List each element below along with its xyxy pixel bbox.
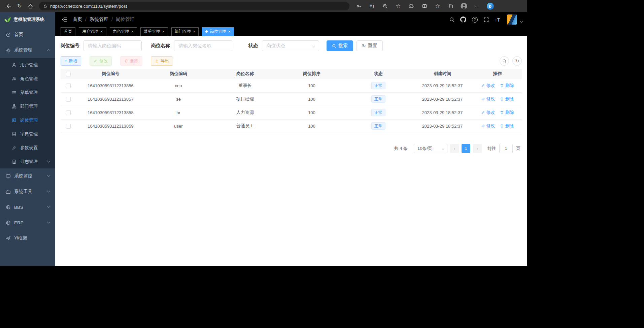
site-info-icon[interactable] xyxy=(43,4,47,8)
sidebar-item-dict-mgmt[interactable]: 字典管理 xyxy=(0,127,55,141)
app-logo[interactable]: 意框架管理系统 xyxy=(0,12,55,27)
home-icon[interactable] xyxy=(25,1,36,11)
back-icon[interactable] xyxy=(3,1,14,11)
extensions-icon[interactable] xyxy=(406,1,417,11)
post-code-label: 岗位编号 xyxy=(61,43,79,49)
chevron-down-icon[interactable] xyxy=(520,20,523,23)
user-avatar[interactable] xyxy=(507,14,517,25)
split-screen-icon[interactable] xyxy=(419,1,430,11)
chevron-down-icon xyxy=(442,147,444,150)
profile-avatar[interactable] xyxy=(459,1,469,11)
sidebar-item-erp[interactable]: ERP xyxy=(0,215,55,230)
select-all-checkbox[interactable] xyxy=(66,72,71,76)
table-row[interactable]: 1641030593112313859 user 普通员工 100 正常 202… xyxy=(61,119,522,133)
tab-close-icon[interactable]: × xyxy=(100,29,103,34)
row-checkbox[interactable] xyxy=(66,110,71,115)
sidebar-item-bbs[interactable]: BBS xyxy=(0,199,55,215)
page-size-select[interactable]: 10条/页 xyxy=(414,144,447,153)
github-icon[interactable] xyxy=(459,15,468,24)
table-row[interactable]: 1641030593112313857 se 项目经理 100 正常 2023-… xyxy=(61,92,522,106)
sidebar-item-user-mgmt[interactable]: 用户管理 xyxy=(0,58,55,72)
tab-close-icon[interactable]: × xyxy=(228,29,231,34)
tab-user-mgmt[interactable]: 用户管理 × xyxy=(79,27,106,36)
status-select-placeholder: 岗位状态 xyxy=(266,43,285,49)
tab-home[interactable]: 首页 xyxy=(61,27,75,36)
row-delete-link[interactable]: 删除 xyxy=(500,109,514,116)
column-header-label: 创建时间 xyxy=(434,71,451,76)
sidebar-item-log-mgmt[interactable]: 日志管理 xyxy=(0,155,55,168)
table-row[interactable]: 1641030593112313858 hr 人力资源 100 正常 2023-… xyxy=(61,106,522,119)
tab-close-icon[interactable]: × xyxy=(193,29,196,34)
row-checkbox[interactable] xyxy=(66,97,71,102)
tab-role-mgmt[interactable]: 角色管理 × xyxy=(110,27,137,36)
search-button[interactable]: 搜索 xyxy=(327,40,353,51)
reset-button[interactable]: ↻ 重置 xyxy=(357,40,383,51)
row-checkbox[interactable] xyxy=(66,84,71,88)
fullscreen-icon[interactable] xyxy=(481,15,491,24)
add-button[interactable]: + 新增 xyxy=(61,56,81,66)
next-page-button[interactable]: › xyxy=(473,144,482,153)
row-edit-link[interactable]: 修改 xyxy=(481,96,495,102)
refresh-table-button[interactable]: ↻ xyxy=(512,56,522,66)
tab-close-icon[interactable]: × xyxy=(131,29,134,34)
collections-icon[interactable] xyxy=(445,1,456,11)
zoom-icon[interactable] xyxy=(380,1,391,11)
refresh-icon[interactable]: ↻ xyxy=(14,1,25,11)
sidebar-item-param-settings[interactable]: 参数设置 xyxy=(0,141,55,155)
page-number-button[interactable]: 1 xyxy=(462,144,470,153)
row-delete-link[interactable]: 删除 xyxy=(500,123,514,129)
prev-page-button[interactable]: ‹ xyxy=(450,144,459,153)
sidebar-item-system-tools[interactable]: 系统工具 xyxy=(0,184,55,199)
sidebar-item-system-monitor[interactable]: 系统监控 xyxy=(0,168,55,184)
status-select[interactable]: 岗位状态 xyxy=(262,40,319,51)
sidebar-item-yi-framework[interactable]: Yi框架 xyxy=(0,230,55,246)
favorites-icon[interactable]: ☆ xyxy=(432,1,443,11)
breadcrumb-item-current: 岗位管理 xyxy=(116,17,135,23)
edit-button[interactable]: 修改 xyxy=(90,56,112,66)
sidebar-item-home[interactable]: 首页 xyxy=(0,27,55,42)
tab-menu-mgmt[interactable]: 菜单管理 × xyxy=(140,27,168,36)
row-edit-link[interactable]: 修改 xyxy=(481,83,495,89)
add-favorite-icon[interactable]: ☆ xyxy=(393,1,404,11)
read-aloud-icon[interactable]: A) xyxy=(367,1,377,11)
help-icon[interactable]: ? xyxy=(470,15,479,24)
tab-dept-mgmt[interactable]: 部门管理 × xyxy=(171,27,199,36)
header-actions: ? TT xyxy=(447,14,522,25)
sidebar-item-system-mgmt[interactable]: 系统管理 xyxy=(0,42,55,58)
export-button[interactable]: 导出 xyxy=(151,56,173,66)
goto-page-input[interactable] xyxy=(499,144,513,153)
row-edit-link[interactable]: 修改 xyxy=(481,109,495,116)
dashboard-icon xyxy=(5,32,11,37)
font-size-icon[interactable]: TT xyxy=(493,15,502,24)
more-icon[interactable]: ⋯ xyxy=(472,1,482,11)
sidebar-item-menu-mgmt[interactable]: 菜单管理 xyxy=(0,86,55,99)
row-edit-link[interactable]: 修改 xyxy=(481,123,495,129)
row-delete-link[interactable]: 删除 xyxy=(500,96,514,102)
app-title: 意框架管理系统 xyxy=(14,17,44,23)
table-row[interactable]: 1641030593112313856 ceo 董事长 100 正常 2023-… xyxy=(61,79,522,92)
sidebar-toggle-icon[interactable] xyxy=(60,15,69,24)
delete-button[interactable]: 删除 xyxy=(120,56,142,66)
address-bar[interactable]: https://ccnetcore.com:1101/system/post xyxy=(39,2,349,10)
sidebar-item-post-mgmt[interactable]: 岗位管理 xyxy=(0,113,55,127)
row-checkbox[interactable] xyxy=(66,124,71,129)
cell-post-name: 人力资源 xyxy=(236,110,254,115)
status-badge: 正常 xyxy=(371,109,385,116)
post-code-input[interactable] xyxy=(83,40,142,51)
toggle-search-button[interactable] xyxy=(500,56,509,66)
sidebar-item-label: 角色管理 xyxy=(20,76,38,82)
breadcrumb-item[interactable]: 系统管理 xyxy=(90,17,108,23)
key-icon[interactable] xyxy=(353,1,364,11)
tab-bar: 首页 用户管理 × 角色管理 × 菜单管理 × 部门管理 xyxy=(55,27,527,36)
breadcrumb-item[interactable]: 首页 xyxy=(73,17,82,23)
row-delete-link[interactable]: 删除 xyxy=(500,83,514,89)
search-icon[interactable] xyxy=(447,15,456,24)
post-name-input[interactable] xyxy=(174,40,232,51)
status-badge: 正常 xyxy=(371,95,385,103)
sidebar-item-role-mgmt[interactable]: 角色管理 xyxy=(0,72,55,86)
copilot-icon[interactable]: b xyxy=(485,1,496,11)
column-header: 岗位编码 xyxy=(145,69,212,79)
tab-close-icon[interactable]: × xyxy=(162,29,165,34)
tab-post-mgmt[interactable]: 岗位管理 × xyxy=(202,27,234,36)
sidebar-item-dept-mgmt[interactable]: 部门管理 xyxy=(0,99,55,113)
